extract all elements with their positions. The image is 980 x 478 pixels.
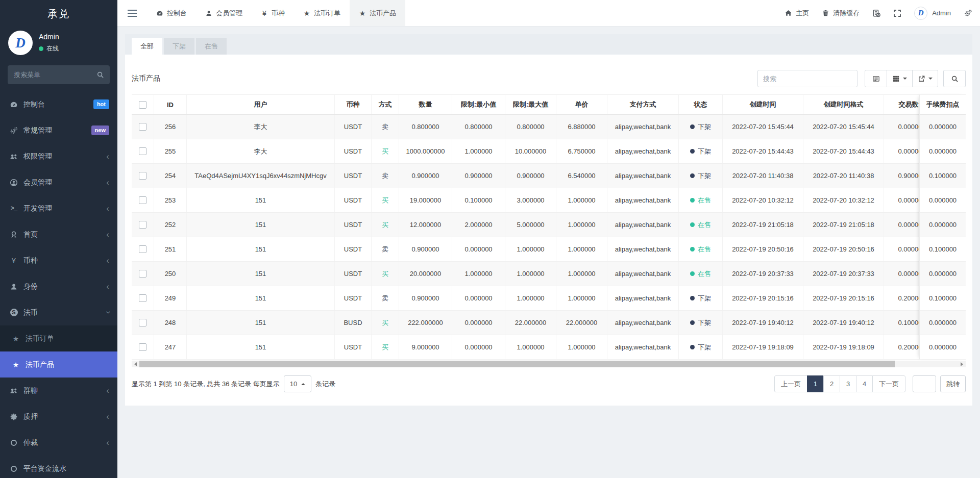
cell-fee: 0.000000 (920, 311, 966, 335)
header-cell: 限制:最小值 (452, 95, 505, 114)
toolbar-button-group (865, 70, 938, 87)
sidebar-search-input[interactable] (8, 65, 110, 84)
page-size-select[interactable]: 10 (284, 375, 311, 392)
header-cell: 方式 (372, 95, 399, 114)
home-link[interactable]: 主页 (785, 9, 809, 18)
sidebar-item-fiat-product[interactable]: ★法币产品 (0, 351, 117, 378)
status-badge: 下架 (690, 318, 711, 328)
sidebar-item-arbitration[interactable]: 仲裁‹ (0, 430, 117, 456)
yen-icon: ¥ (10, 257, 18, 265)
user-circle-icon (10, 179, 18, 187)
settings-button[interactable] (964, 9, 972, 17)
search-toggle-button[interactable] (943, 70, 966, 87)
export-button[interactable] (912, 70, 938, 87)
row-checkbox[interactable] (139, 294, 146, 302)
user-status: 在线 (39, 44, 59, 53)
user-name: Admin (39, 33, 59, 41)
circle-icon (10, 465, 18, 473)
cell-user: 151 (187, 213, 335, 237)
table-scroll-area: ID用户币种方式数量限制:最小值限制:最大值单价支付方式状态创建时间创建时间格式… (132, 94, 919, 360)
filter-tab-off-shelf[interactable]: 下架 (164, 38, 194, 55)
cell-fee: 0.100000 (920, 164, 966, 188)
cell-created: 2022-07-20 10:32:12 (723, 188, 803, 212)
sidebar-item-identity[interactable]: 身份‹ (0, 273, 117, 299)
table-search-input[interactable] (757, 70, 857, 87)
sidebar-item-currency[interactable]: ¥币种‹ (0, 247, 117, 273)
direction-label: 买 (382, 269, 388, 279)
cell-direction: 买 (372, 335, 399, 359)
tab-fiat-order[interactable]: ★法币订单 (294, 0, 350, 26)
row-checkbox[interactable] (139, 270, 146, 278)
scrollbar-thumb[interactable] (139, 361, 895, 367)
sidebar-item-fiat-order[interactable]: ★法币订单 (0, 325, 117, 351)
header-cell: 状态 (679, 95, 723, 114)
row-checkbox[interactable] (139, 123, 146, 131)
cell-id: 252 (154, 213, 187, 237)
row-checkbox[interactable] (139, 172, 146, 180)
home-link-label: 主页 (796, 9, 809, 18)
cell-checkbox (132, 115, 154, 139)
users-icon (10, 387, 18, 395)
menu-toggle-button[interactable] (117, 0, 147, 26)
sidebar-item-dashboard[interactable]: 控制台hot (0, 91, 117, 117)
page-button-4[interactable]: 4 (856, 375, 873, 392)
row-checkbox[interactable] (139, 343, 146, 351)
panel-head: 法币产品 (132, 55, 966, 87)
cell-fee: 0.000000 (920, 213, 966, 237)
cell-id: 248 (154, 311, 187, 335)
user-menu[interactable]: D Admin (914, 7, 951, 20)
row-checkbox[interactable] (139, 147, 146, 155)
page-button-2[interactable]: 2 (823, 375, 840, 392)
cell-trade_amount: 0.000000 (884, 262, 919, 286)
page-button-1[interactable]: 1 (807, 375, 824, 392)
columns-button[interactable] (887, 70, 913, 87)
page-jump-button[interactable]: 跳转 (940, 375, 966, 392)
sidebar-item-general[interactable]: 常规管理new (0, 117, 117, 143)
status-label: 在售 (698, 245, 711, 254)
cell-created: 2022-07-19 19:40:12 (723, 311, 803, 335)
next-page-button[interactable]: 下一页 (872, 375, 905, 392)
header-cell: 支付方式 (607, 95, 679, 114)
clear-cache-link[interactable]: 清除缓存 (822, 9, 860, 18)
select-all-checkbox[interactable] (139, 101, 146, 109)
filter-tab-all[interactable]: 全部 (132, 38, 162, 55)
cell-trade_amount: 0.000000 (884, 139, 919, 163)
sidebar-item-group-chat[interactable]: 群聊‹ (0, 378, 117, 404)
tab-member[interactable]: 会员管理 (196, 0, 252, 26)
sidebar-search (8, 65, 110, 84)
sidebar-item-fiat[interactable]: S法币‹ (0, 299, 117, 325)
star-icon: ★ (12, 361, 20, 369)
header-cell-checkbox (132, 95, 154, 114)
sidebar-menu: 控制台hot常规管理new权限管理‹会员管理‹>_开发管理‹首页‹¥币种‹身份‹… (0, 91, 117, 478)
sidebar-item-member[interactable]: 会员管理‹ (0, 169, 117, 195)
toggle-view-button[interactable] (865, 70, 887, 87)
table-row: 253151USDT买19.0000000.1000003.0000001.00… (132, 188, 919, 213)
table-row: 250151USDT买20.0000001.0000001.0000001.00… (132, 262, 919, 286)
cell-amount: 0.900000 (399, 237, 452, 261)
tab-fiat-product[interactable]: ★法币产品 (350, 0, 405, 26)
fullscreen-button[interactable] (893, 9, 901, 17)
sidebar-item-label: 质押 (23, 412, 106, 421)
sidebar-item-platform-flow[interactable]: 平台资金流水 (0, 456, 117, 478)
sidebar-item-develop[interactable]: >_开发管理‹ (0, 195, 117, 221)
scroll-right-arrow[interactable] (958, 361, 966, 367)
cell-created: 2022-07-20 15:45:44 (723, 115, 803, 139)
tab-dashboard[interactable]: 控制台 (147, 0, 196, 26)
row-checkbox[interactable] (139, 319, 146, 326)
language-button[interactable] (872, 9, 880, 17)
page-jump-input[interactable] (913, 375, 936, 392)
sidebar-item-pledge[interactable]: 质押‹ (0, 404, 117, 430)
online-dot-icon (39, 46, 43, 51)
direction-label: 买 (382, 318, 388, 328)
tab-currency[interactable]: ¥币种 (252, 0, 294, 26)
sidebar-item-home[interactable]: 首页‹ (0, 221, 117, 247)
row-checkbox[interactable] (139, 245, 146, 253)
filter-tab-on-sale[interactable]: 在售 (196, 38, 227, 55)
avatar: D (8, 31, 33, 55)
scroll-left-arrow[interactable] (132, 361, 139, 367)
prev-page-button[interactable]: 上一页 (774, 375, 807, 392)
row-checkbox[interactable] (139, 221, 146, 229)
sidebar-item-auth[interactable]: 权限管理‹ (0, 143, 117, 169)
page-button-3[interactable]: 3 (840, 375, 856, 392)
row-checkbox[interactable] (139, 196, 146, 204)
